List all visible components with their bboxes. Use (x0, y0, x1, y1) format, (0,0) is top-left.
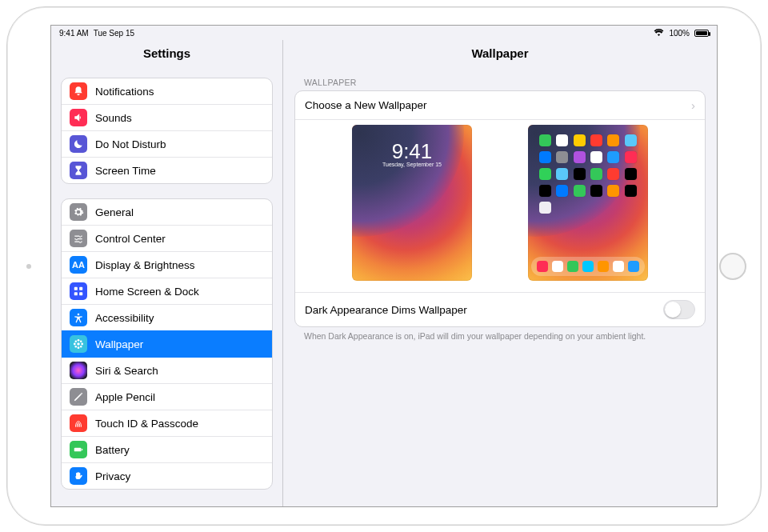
sidebar-item-label: Home Screen & Dock (95, 286, 199, 298)
homescreen-preview[interactable] (528, 125, 648, 281)
sidebar-item-screentime[interactable]: Screen Time (62, 157, 272, 183)
svg-point-4 (78, 314, 80, 316)
siri-icon (70, 362, 87, 379)
sidebar-item-label: Accessibility (95, 312, 154, 324)
sidebar-item-label: Wallpaper (95, 338, 143, 350)
sidebar-item-dnd[interactable]: Do Not Disturb (62, 130, 272, 157)
wifi-icon (654, 28, 664, 38)
statusbar-date: Tue Sep 15 (94, 29, 134, 38)
sidebar-item-label: Privacy (95, 470, 130, 482)
sidebar-item-touchid[interactable]: Touch ID & Passcode (62, 410, 272, 436)
speaker-icon (70, 109, 87, 126)
svg-point-10 (75, 341, 78, 343)
sidebar-item-label: Control Center (95, 233, 166, 245)
sidebar-item-controlcenter[interactable]: Control Center (62, 225, 272, 251)
lockscreen-preview[interactable]: 9:41 Tuesday, September 15 (352, 125, 472, 281)
sidebar-title: Settings (51, 40, 282, 68)
grid-icon (70, 282, 87, 300)
chevron-right-icon: › (691, 98, 695, 112)
sidebar-item-siri[interactable]: Siri & Search (62, 357, 272, 383)
svg-point-6 (78, 339, 80, 342)
status-bar: 9:41 AM Tue Sep 15 100% (51, 26, 717, 40)
bell-icon (70, 82, 87, 100)
flower-icon (70, 335, 87, 353)
sidebar-item-label: General (95, 206, 134, 218)
svg-point-11 (80, 341, 82, 343)
sidebar-item-label: Sounds (95, 112, 132, 124)
svg-rect-15 (82, 449, 82, 450)
sidebar-group-2: General Control Center AA Display & Brig… (61, 198, 273, 490)
svg-point-7 (78, 346, 80, 349)
app-grid-icon (539, 134, 637, 214)
detail-title: Wallpaper (283, 40, 717, 68)
battery-percent: 100% (669, 29, 690, 38)
svg-rect-1 (79, 287, 82, 290)
screen: 9:41 AM Tue Sep 15 100% Settings (50, 25, 718, 507)
pencil-icon (70, 388, 87, 406)
textsize-icon: AA (70, 256, 87, 274)
front-camera-icon (26, 264, 31, 269)
fingerprint-icon (70, 414, 87, 432)
sidebar-item-label: Display & Brightness (95, 259, 195, 271)
sidebar-item-label: Screen Time (95, 165, 156, 177)
sidebar-item-accessibility[interactable]: Accessibility (62, 304, 272, 330)
battery-icon (70, 441, 87, 458)
choose-wallpaper-row[interactable]: Choose a New Wallpaper › (295, 91, 705, 119)
statusbar-time: 9:41 AM (59, 29, 89, 38)
hourglass-icon (70, 162, 87, 179)
detail-pane: Wallpaper WALLPAPER Choose a New Wallpap… (283, 40, 717, 506)
sidebar-item-wallpaper[interactable]: Wallpaper (62, 330, 272, 357)
svg-rect-3 (79, 292, 82, 295)
sidebar-item-label: Notifications (95, 86, 154, 98)
wallpaper-previews: 9:41 Tuesday, September 15 (295, 119, 705, 292)
dark-dims-toggle[interactable] (663, 300, 695, 319)
sidebar-item-notifications[interactable]: Notifications (62, 78, 272, 104)
dock-icon (531, 257, 645, 276)
sidebar-item-display[interactable]: AA Display & Brightness (62, 251, 272, 278)
lockscreen-time: 9:41 (352, 139, 472, 164)
svg-point-13 (80, 346, 82, 348)
sidebar-item-label: Siri & Search (95, 365, 158, 377)
svg-point-5 (77, 342, 80, 346)
dark-dims-row: Dark Appearance Dims Wallpaper (295, 292, 705, 326)
svg-rect-0 (74, 287, 78, 290)
battery-icon (694, 30, 709, 37)
gear-icon (70, 203, 87, 221)
sidebar-item-label: Apple Pencil (95, 391, 155, 403)
accessibility-icon (70, 309, 87, 326)
dark-dims-label: Dark Appearance Dims Wallpaper (305, 304, 467, 316)
sidebar-item-pencil[interactable]: Apple Pencil (62, 383, 272, 410)
svg-point-8 (74, 343, 76, 346)
sidebar-item-label: Touch ID & Passcode (95, 418, 198, 430)
lockscreen-date: Tuesday, September 15 (352, 162, 472, 167)
sidebar-group-1: Notifications Sounds Do No (61, 78, 273, 184)
sidebar-item-label: Do Not Disturb (95, 138, 166, 150)
svg-rect-2 (74, 292, 78, 295)
sliders-icon (70, 230, 87, 247)
sidebar-item-homescreen[interactable]: Home Screen & Dock (62, 278, 272, 304)
svg-point-12 (75, 346, 78, 348)
moon-icon (70, 135, 87, 153)
sidebar-item-privacy[interactable]: Privacy (62, 462, 272, 489)
section-label-wallpaper: WALLPAPER (283, 68, 717, 90)
svg-rect-14 (74, 448, 82, 452)
ipad-frame: 9:41 AM Tue Sep 15 100% Settings (6, 6, 762, 526)
sidebar-item-label: Battery (95, 444, 130, 456)
hand-icon (70, 467, 87, 485)
sidebar-item-sounds[interactable]: Sounds (62, 104, 272, 130)
sidebar-item-battery[interactable]: Battery (62, 436, 272, 462)
choose-wallpaper-label: Choose a New Wallpaper (305, 99, 427, 111)
sidebar-item-general[interactable]: General (62, 199, 272, 225)
settings-sidebar: Settings Notifications Soun (51, 40, 283, 506)
home-button[interactable] (719, 253, 746, 280)
dark-dims-footer: When Dark Appearance is on, iPad will di… (283, 327, 717, 354)
svg-point-9 (81, 343, 83, 346)
wallpaper-card: Choose a New Wallpaper › 9:41 Tuesday, S… (294, 90, 706, 327)
